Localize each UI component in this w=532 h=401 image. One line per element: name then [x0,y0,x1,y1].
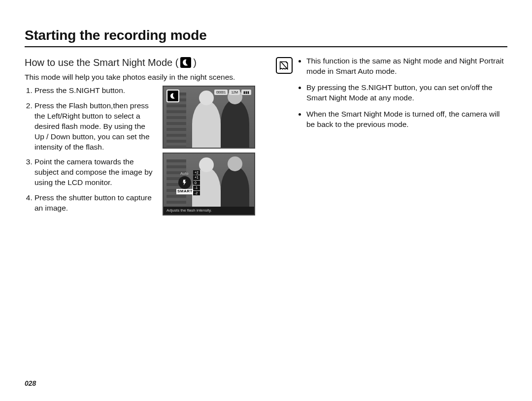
lcd-intensity-level: +1 [193,175,200,180]
note-icon [276,57,293,74]
steps-column: Press the S.NIGHT button. Press the Flas… [25,86,157,218]
lcd-size-badge: 12M [229,90,240,95]
lcd-intensity-scale: +2 +1 0 -1 -2 [193,170,200,196]
intro-text: This mode will help you take photos easi… [25,72,256,83]
lcd-smart-label: SMART [176,189,194,194]
lcd-flash-icon [178,176,191,189]
lcd-battery-icon: ▮▮▮ [241,90,251,95]
step-item: Press the shutter button to capture an i… [34,193,157,214]
page-title: Starting the recording mode [25,28,507,43]
section-title-suffix: ) [193,56,197,69]
lcd-intensity-level: +2 [193,170,200,175]
figures-column: 00001 12M ▮▮▮ Auto SM [163,86,256,218]
step-item: Press the Flash button,then press the Le… [34,101,157,153]
steps-and-figures: Press the S.NIGHT button. Press the Flas… [25,86,256,218]
note-item: This function is the same as Night mode … [306,56,507,77]
section-title: How to use the Smart Night Mode ( ) [25,56,256,69]
right-column: This function is the same as Night mode … [276,56,507,218]
step-item: Point the camera towards the subject and… [34,157,157,188]
section-title-prefix: How to use the Smart Night Mode ( [25,56,178,69]
lcd-preview-top: 00001 12M ▮▮▮ [163,86,255,149]
lcd-preview-bottom: Auto SMART +2 +1 0 -1 -2 Adjusts the fl [163,153,255,216]
step-item: Press the S.NIGHT button. [34,86,157,96]
lcd-intensity-level: -1 [193,185,200,190]
note-block: This function is the same as Night mode … [276,56,507,136]
page-number: 028 [25,379,36,387]
note-item: When the Smart Night Mode is turned off,… [306,109,507,130]
title-rule [25,46,507,47]
lcd-intensity-level: 0 [193,181,200,185]
lcd-topright-indicators: 00001 12M ▮▮▮ [214,90,251,95]
lcd-counter: 00001 [214,90,228,95]
lcd-intensity-level: -2 [193,191,200,195]
smart-night-mode-icon [180,57,191,68]
lcd-night-mode-icon [166,90,179,102]
steps-list: Press the S.NIGHT button. Press the Flas… [25,86,157,214]
lcd-person-1 [192,100,221,148]
note-item: By pressing the S.NIGHT button, you can … [306,83,507,103]
lcd-hint-bar: Adjusts the flash intensity. [164,207,254,215]
columns: How to use the Smart Night Mode ( ) This… [25,56,507,218]
notes-list: This function is the same as Night mode … [298,56,507,136]
page-content: Starting the recording mode How to use t… [25,28,507,218]
lcd-person-2 [221,99,249,148]
left-column: How to use the Smart Night Mode ( ) This… [25,56,256,218]
